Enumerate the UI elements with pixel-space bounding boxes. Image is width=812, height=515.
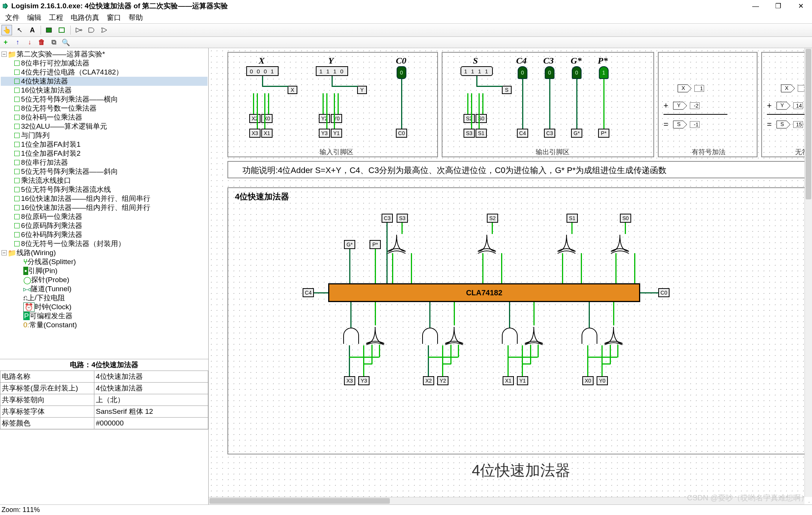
maximize-button[interactable]: ❐	[767, 0, 789, 12]
wiring-progen[interactable]: P 可编程发生器	[1, 311, 208, 321]
tunnel-x0[interactable]: X0	[582, 376, 594, 385]
editbar-1[interactable]: ↑	[14, 38, 22, 47]
editbar-2[interactable]: ↓	[26, 38, 34, 47]
circuit-8[interactable]: 与门阵列	[1, 131, 208, 140]
tunnel-y1[interactable]: Y1	[517, 376, 528, 385]
tunnel-s3[interactable]: S3	[464, 129, 475, 138]
not-gate-tool[interactable]	[74, 25, 84, 35]
tunnel-s0[interactable]: S0	[620, 214, 631, 223]
circuit-2[interactable]: 4位快速加法器	[1, 77, 208, 86]
menu-工程[interactable]: 工程	[45, 12, 67, 23]
project-root[interactable]: −📁 第二次实验——运算器实验*	[1, 50, 208, 59]
tunnel-c4-out[interactable]: C4	[517, 129, 528, 138]
tunnel-gs-out[interactable]: G*	[571, 129, 582, 138]
prop-共享标签朝向[interactable]: 上（北）	[94, 394, 208, 406]
canvas-area[interactable]: X Y C0 S C4 C3 G* P* 0 0 0 1 X X2 X0 X3 …	[209, 48, 812, 504]
circuit-5[interactable]: 8位无符号数一位乘法器	[1, 104, 208, 113]
cla74182-chip[interactable]: CLA74182	[328, 283, 640, 302]
tunnel-s2[interactable]: S2	[464, 114, 475, 123]
circuit-7[interactable]: 32位ALU——算术逻辑单元	[1, 122, 208, 131]
circuit-1[interactable]: 4位先行进位电路（CLA74182）	[1, 68, 208, 77]
wiring-folder[interactable]: −📁 线路(Wiring)	[1, 248, 208, 257]
circuit-canvas[interactable]: X Y C0 S C4 C3 G* P* 0 0 0 1 X X2 X0 X3 …	[209, 48, 812, 504]
circuit-10[interactable]: 1位全加器FA封装2	[1, 149, 208, 158]
tunnel-x1[interactable]: X1	[261, 129, 273, 138]
tunnel-gs-top[interactable]: G*	[344, 240, 355, 249]
led-c0[interactable]: 0	[397, 66, 406, 79]
tunnel-y1[interactable]: Y1	[331, 129, 342, 138]
tunnel-c3[interactable]: C3	[382, 214, 393, 223]
tunnel-y2[interactable]: Y2	[437, 376, 448, 385]
tunnel-ps-out[interactable]: P*	[598, 129, 609, 138]
circuit-15[interactable]: 16位快速加法器——组内并行、组间串行	[1, 194, 208, 203]
circuit-9[interactable]: 1位全加器FA封装1	[1, 140, 208, 149]
tunnel-x0[interactable]: X0	[261, 114, 273, 123]
editbar-3[interactable]: 🗑	[38, 38, 46, 47]
circuit-3[interactable]: 16位快速加法器	[1, 86, 208, 95]
tunnel-s0[interactable]: S0	[476, 114, 487, 123]
close-button[interactable]: ✕	[789, 0, 812, 12]
pin-x-value[interactable]: 0 0 0 1	[246, 66, 279, 76]
tunnel-x2[interactable]: X2	[423, 376, 434, 385]
tunnel-x3[interactable]: X3	[344, 376, 355, 385]
menu-窗口[interactable]: 窗口	[103, 12, 125, 23]
prop-标签颜色[interactable]: #000000	[94, 418, 208, 429]
tunnel-x3[interactable]: X3	[249, 129, 261, 138]
editbar-0[interactable]: +	[2, 38, 10, 47]
tunnel-s3[interactable]: S3	[397, 214, 408, 223]
circuit-14[interactable]: 5位无符号阵列乘法器流水线	[1, 185, 208, 194]
editbar-4[interactable]: ⧉	[50, 38, 58, 47]
wiring-const[interactable]: 0: 常量(Constant)	[1, 321, 208, 330]
menu-帮助[interactable]: 帮助	[125, 12, 147, 23]
tunnel-y3[interactable]: Y3	[358, 376, 370, 385]
prop-电路名称[interactable]: 4位快速加法器	[94, 371, 208, 383]
circuit-0[interactable]: 8位串行可控加减法器	[1, 59, 208, 68]
prop-共享标签字体[interactable]: SansSerif 粗体 12	[94, 406, 208, 418]
circuit-17[interactable]: 8位原码一位乘法器	[1, 212, 208, 221]
circuit-19[interactable]: 6位补码阵列乘法器	[1, 230, 208, 239]
circuit-4[interactable]: 5位无符号阵列乘法器——横向	[1, 95, 208, 104]
wiring-probe[interactable]: ◯ 探针(Probe)	[1, 275, 208, 284]
wiring-pin[interactable]: ▪ 引脚(Pin)	[1, 266, 208, 275]
tunnel-y3[interactable]: Y3	[319, 129, 330, 138]
wiring-splitter[interactable]: ⑂ 分线器(Splitter)	[1, 257, 208, 266]
wiring-clock[interactable]: ⏰ 时钟(Clock)	[1, 302, 208, 311]
tunnel-y0[interactable]: Y0	[331, 114, 342, 123]
project-tree[interactable]: −📁 第二次实验——运算器实验*8位串行可控加减法器4位先行进位电路（CLA74…	[0, 48, 208, 359]
minimize-button[interactable]: —	[744, 0, 767, 12]
tunnel-y2[interactable]: Y2	[319, 114, 330, 123]
properties-table[interactable]: 电路名称4位快速加法器共享标签(显示在封装上)4位快速加法器共享标签朝向上（北）…	[0, 371, 208, 429]
and-gate-tool[interactable]	[86, 25, 97, 35]
input-pin-tool[interactable]	[44, 25, 55, 35]
tunnel-c3-out[interactable]: C3	[544, 129, 555, 138]
pin-x-label[interactable]: X	[288, 86, 297, 94]
menu-文件[interactable]: 文件	[2, 12, 23, 23]
output-pin-tool[interactable]	[57, 25, 67, 35]
circuit-12[interactable]: 5位无符号阵列乘法器——斜向	[1, 167, 208, 176]
editbar-5[interactable]: 🔍	[62, 38, 70, 47]
pin-y-label[interactable]: Y	[357, 86, 367, 94]
menu-编辑[interactable]: 编辑	[23, 12, 45, 23]
wiring-tunnel[interactable]: ▹◃ 隧道(Tunnel)	[1, 284, 208, 293]
tunnel-s1[interactable]: S1	[567, 214, 578, 223]
pin-c0-side[interactable]: C0	[658, 288, 670, 297]
tunnel-x1[interactable]: X1	[503, 376, 514, 385]
tunnel-s1[interactable]: S1	[476, 129, 487, 138]
tunnel-y0[interactable]: Y0	[597, 376, 608, 385]
tunnel-x2[interactable]: X2	[249, 114, 261, 123]
tunnel-c0[interactable]: C0	[396, 129, 407, 138]
zoom-label[interactable]: Zoom: 111%	[2, 506, 40, 514]
vertical-scrollbar[interactable]	[804, 48, 812, 497]
pin-c4-side[interactable]: C4	[303, 288, 314, 297]
pin-s-label[interactable]: S	[502, 86, 512, 94]
or-gate-tool[interactable]	[99, 25, 110, 35]
poke-tool[interactable]: 👆	[2, 25, 12, 35]
circuit-16[interactable]: 16位快速加法器——组内并行、组间并行	[1, 203, 208, 212]
prop-共享标签(显示在封装上)[interactable]: 4位快速加法器	[94, 383, 208, 394]
wiring-pull[interactable]: ⎌ 上/下拉电阻	[1, 293, 208, 302]
tunnel-ps-top[interactable]: P*	[370, 240, 381, 249]
circuit-18[interactable]: 6位原码阵列乘法器	[1, 221, 208, 230]
text-tool[interactable]: A	[27, 25, 38, 35]
circuit-13[interactable]: 乘法流水线接口	[1, 176, 208, 185]
select-tool[interactable]: ↖	[14, 25, 25, 35]
